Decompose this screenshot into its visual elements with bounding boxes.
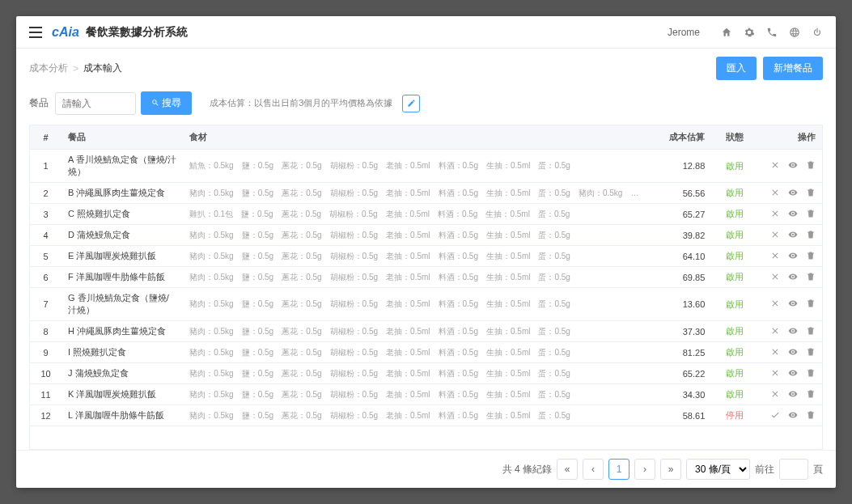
disable-icon[interactable] xyxy=(770,347,780,358)
col-ops: 操作 xyxy=(758,125,822,150)
delete-icon[interactable] xyxy=(806,299,816,310)
view-icon[interactable] xyxy=(788,368,798,379)
disable-icon[interactable] xyxy=(770,188,780,199)
col-name: 餐品 xyxy=(61,125,183,150)
row-num: 9 xyxy=(30,342,61,363)
row-status: 啟用 xyxy=(711,183,757,204)
row-cost: 34.30 xyxy=(649,384,711,405)
table-row: 8H 沖繩風豚肉生薑燒定食豬肉：0.5kg 鹽：0.5g 蔥花：0.5g 胡椒粉… xyxy=(30,321,822,342)
cost-note: 成本估算：以售出日前3個月的平均價格為依據 xyxy=(210,97,392,109)
phone-icon[interactable] xyxy=(766,27,778,38)
view-icon[interactable] xyxy=(788,272,798,283)
col-status: 狀態 xyxy=(711,125,757,150)
view-icon[interactable] xyxy=(788,326,798,337)
row-ops xyxy=(758,384,822,405)
disable-icon[interactable] xyxy=(770,368,780,379)
disable-icon[interactable] xyxy=(770,230,780,241)
row-status: 啟用 xyxy=(711,321,757,342)
row-cost: 37.30 xyxy=(649,321,711,342)
row-ingredient: 豬肉：0.5kg 鹽：0.5g 蔥花：0.5g 胡椒粉：0.5g 老抽：0.5m… xyxy=(183,384,649,405)
app-window: cAia 餐飲業數據分析系統 Jerome 成本分析 > 成本輸入 匯入 新增餐… xyxy=(16,16,836,488)
pager-last[interactable]: » xyxy=(660,459,681,480)
row-ops xyxy=(758,183,822,204)
table-row: 6F 洋風咖喱牛肋條牛筋飯豬肉：0.5kg 鹽：0.5g 蔥花：0.5g 胡椒粉… xyxy=(30,267,822,288)
row-status: 啟用 xyxy=(711,225,757,246)
header: cAia 餐飲業數據分析系統 Jerome xyxy=(16,16,836,49)
user-name[interactable]: Jerome xyxy=(668,27,700,38)
row-name: H 沖繩風豚肉生薑燒定食 xyxy=(61,321,183,342)
row-cost: 58.61 xyxy=(649,405,711,426)
delete-icon[interactable] xyxy=(806,326,816,337)
add-dish-button[interactable]: 新增餐品 xyxy=(763,57,823,80)
pager: 共 4 條紀錄 « ‹ 1 › » 30 條/頁 前往 頁 xyxy=(16,450,836,488)
table-row: 1A 香川燒鯖魚定食（鹽燒/汁燒）鯖魚：0.5kg 鹽：0.5g 蔥花：0.5g… xyxy=(30,150,822,183)
breadcrumb-parent[interactable]: 成本分析 xyxy=(29,61,68,75)
table-row: 11K 洋風咖喱炭燒雞扒飯豬肉：0.5kg 鹽：0.5g 蔥花：0.5g 胡椒粉… xyxy=(30,384,822,405)
delete-icon[interactable] xyxy=(806,209,816,220)
row-status: 啟用 xyxy=(711,204,757,225)
disable-icon[interactable] xyxy=(770,299,780,310)
pager-goto-label: 前往 xyxy=(755,463,774,476)
delete-icon[interactable] xyxy=(806,368,816,379)
row-cost: 65.22 xyxy=(649,363,711,384)
delete-icon[interactable] xyxy=(806,188,816,199)
delete-icon[interactable] xyxy=(806,347,816,358)
note-edit-icon[interactable] xyxy=(402,95,420,112)
delete-icon[interactable] xyxy=(806,160,816,172)
row-cost: 65.27 xyxy=(649,204,711,225)
row-ops xyxy=(758,363,822,384)
enable-icon[interactable] xyxy=(770,410,780,421)
view-icon[interactable] xyxy=(788,347,798,358)
pager-page-1[interactable]: 1 xyxy=(608,459,629,480)
menu-toggle-icon[interactable] xyxy=(29,27,42,38)
col-cost: 成本估算 xyxy=(649,125,711,150)
table-row: 2B 沖繩風豚肉生薑燒定食豬肉：0.5kg 鹽：0.5g 蔥花：0.5g 胡椒粉… xyxy=(30,183,822,204)
row-num: 8 xyxy=(30,321,61,342)
disable-icon[interactable] xyxy=(770,326,780,337)
disable-icon[interactable] xyxy=(770,160,780,172)
pager-goto-input[interactable] xyxy=(779,459,808,480)
view-icon[interactable] xyxy=(788,389,798,400)
pager-perpage[interactable]: 30 條/頁 xyxy=(686,459,750,480)
pager-page-suffix: 頁 xyxy=(813,463,823,476)
view-icon[interactable] xyxy=(788,299,798,310)
gear-icon[interactable] xyxy=(744,27,755,38)
disable-icon[interactable] xyxy=(770,272,780,283)
disable-icon[interactable] xyxy=(770,251,780,262)
row-ingredient: 豬肉：0.5kg 鹽：0.5g 蔥花：0.5g 胡椒粉：0.5g 老抽：0.5m… xyxy=(183,363,649,384)
row-ingredient: 雞扒：0.1包 鹽：0.5g 蔥花：0.5g 胡椒粉：0.5g 老抽：0.5ml… xyxy=(183,204,649,225)
pager-first[interactable]: « xyxy=(557,459,578,480)
row-cost: 81.25 xyxy=(649,342,711,363)
row-ingredient: 豬肉：0.5kg 鹽：0.5g 蔥花：0.5g 胡椒粉：0.5g 老抽：0.5m… xyxy=(183,405,649,426)
row-cost: 69.85 xyxy=(649,267,711,288)
delete-icon[interactable] xyxy=(806,410,816,421)
row-num: 7 xyxy=(30,288,61,321)
filter-input[interactable] xyxy=(55,92,136,115)
disable-icon[interactable] xyxy=(770,389,780,400)
view-icon[interactable] xyxy=(788,410,798,421)
import-button[interactable]: 匯入 xyxy=(716,57,757,80)
row-name: I 照燒雞扒定食 xyxy=(61,342,183,363)
view-icon[interactable] xyxy=(788,160,798,172)
delete-icon[interactable] xyxy=(806,389,816,400)
view-icon[interactable] xyxy=(788,209,798,220)
row-cost: 13.60 xyxy=(649,288,711,321)
view-icon[interactable] xyxy=(788,188,798,199)
view-icon[interactable] xyxy=(788,230,798,241)
row-name: L 洋風咖喱牛肋條牛筋飯 xyxy=(61,405,183,426)
pager-prev[interactable]: ‹ xyxy=(583,459,604,480)
row-name: J 蒲燒鰻魚定食 xyxy=(61,363,183,384)
pager-next[interactable]: › xyxy=(634,459,655,480)
filter-bar: 餐品 搜尋 成本估算：以售出日前3個月的平均價格為依據 xyxy=(16,88,836,125)
search-button[interactable]: 搜尋 xyxy=(141,91,192,115)
disable-icon[interactable] xyxy=(770,209,780,220)
home-icon[interactable] xyxy=(721,27,732,38)
delete-icon[interactable] xyxy=(806,251,816,262)
row-ops xyxy=(758,204,822,225)
table-row: 4D 蒲燒鰻魚定食豬肉：0.5kg 鹽：0.5g 蔥花：0.5g 胡椒粉：0.5… xyxy=(30,225,822,246)
delete-icon[interactable] xyxy=(806,272,816,283)
globe-icon[interactable] xyxy=(789,27,800,38)
view-icon[interactable] xyxy=(788,251,798,262)
power-icon[interactable] xyxy=(812,27,823,38)
delete-icon[interactable] xyxy=(806,230,816,241)
